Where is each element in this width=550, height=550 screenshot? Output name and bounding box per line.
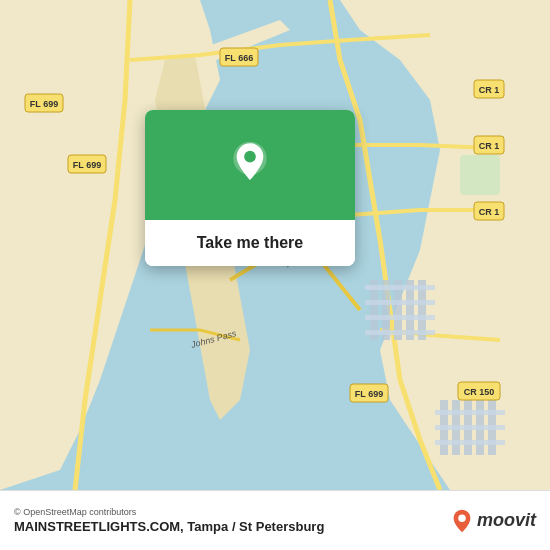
svg-text:FL 699: FL 699 <box>355 389 383 399</box>
svg-point-40 <box>458 514 465 521</box>
svg-rect-8 <box>365 315 435 320</box>
popup-header <box>145 110 355 220</box>
svg-text:CR 1: CR 1 <box>479 141 500 151</box>
moovit-logo: moovit <box>451 508 536 534</box>
osm-attribution: © OpenStreetMap contributors <box>14 507 324 517</box>
map-container: FL 699 FL 699 FL 666 FL 699 CR 1 CR 1 CR… <box>0 0 550 490</box>
svg-text:CR 150: CR 150 <box>464 387 495 397</box>
svg-rect-17 <box>435 440 505 445</box>
svg-text:FL 699: FL 699 <box>30 99 58 109</box>
popup-button-area: Take me there <box>145 220 355 266</box>
svg-text:CR 1: CR 1 <box>479 85 500 95</box>
svg-rect-15 <box>435 410 505 415</box>
svg-rect-6 <box>365 285 435 290</box>
svg-rect-36 <box>460 155 500 195</box>
svg-rect-7 <box>365 300 435 305</box>
location-pin-icon <box>225 140 275 190</box>
svg-point-39 <box>244 151 256 163</box>
svg-rect-9 <box>365 330 435 335</box>
location-title: MAINSTREETLIGHTS.COM, Tampa / St Petersb… <box>14 519 324 534</box>
popup-card: Take me there <box>145 110 355 266</box>
take-me-there-button[interactable]: Take me there <box>161 234 339 252</box>
moovit-pin-icon <box>451 508 473 534</box>
svg-text:FL 666: FL 666 <box>225 53 253 63</box>
bottom-left-info: © OpenStreetMap contributors MAINSTREETL… <box>14 507 324 534</box>
svg-text:FL 699: FL 699 <box>73 160 101 170</box>
svg-text:CR 1: CR 1 <box>479 207 500 217</box>
moovit-text-label: moovit <box>477 510 536 531</box>
svg-rect-16 <box>435 425 505 430</box>
bottom-bar: © OpenStreetMap contributors MAINSTREETL… <box>0 490 550 550</box>
